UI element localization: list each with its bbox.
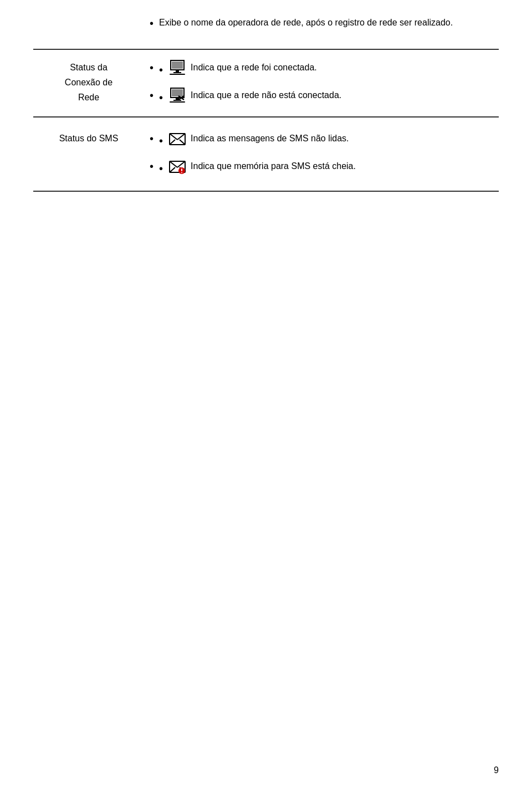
page-container: Exibe o nome da operadora de rede, após … <box>0 0 532 792</box>
sms-envelope-icon <box>168 131 186 146</box>
network-status-right-cell: • <box>144 49 499 117</box>
operator-left-cell <box>33 6 144 49</box>
page-number: 9 <box>494 765 499 775</box>
doc-table: Exibe o nome da operadora de rede, após … <box>33 6 499 192</box>
network-disconnected-text: Indica que a rede não está conectada. <box>191 88 341 103</box>
svg-line-19 <box>177 161 185 167</box>
svg-line-20 <box>170 167 175 172</box>
network-connected-text: Indica que a rede foi conectada. <box>191 60 317 75</box>
sms-status-row: Status do SMS • <box>33 117 499 191</box>
network-status-bullets: • <box>150 60 493 106</box>
operator-bullet-text: Exibe o nome da operadora de rede, após … <box>159 16 493 30</box>
bullet-dot-3: • <box>159 132 163 150</box>
network-disconnected-bullet: • <box>150 88 493 106</box>
svg-rect-23 <box>181 168 182 171</box>
network-status-label-text: Status daConexão deRede <box>65 63 112 102</box>
network-disconnected-icon <box>168 88 186 103</box>
network-connected-content: Indica que a rede foi conectada. <box>168 60 493 75</box>
content-area: Exibe o nome da operadora de rede, após … <box>0 0 532 192</box>
network-connected-icon <box>168 60 186 75</box>
network-disconnected-content: Indica que a rede não está conectada. <box>168 88 493 103</box>
sms-status-right-cell: • <box>144 117 499 191</box>
operator-right-cell: Exibe o nome da operadora de rede, após … <box>144 6 499 49</box>
sms-unread-bullet: • <box>150 131 493 150</box>
svg-rect-8 <box>173 100 181 101</box>
svg-rect-6 <box>172 89 183 96</box>
svg-rect-2 <box>176 70 179 72</box>
operator-row: Exibe o nome da operadora de rede, após … <box>33 6 499 49</box>
svg-line-15 <box>170 140 175 145</box>
svg-rect-24 <box>181 172 182 173</box>
svg-rect-3 <box>173 72 181 73</box>
bullet-dot-1: • <box>159 61 163 79</box>
operator-bullets: Exibe o nome da operadora de rede, após … <box>150 16 493 32</box>
sms-full-content: Indica que memória para SMS está cheia. <box>168 159 493 174</box>
sms-unread-text: Indica as mensagens de SMS não lidas. <box>191 131 349 146</box>
bullet-dot-4: • <box>159 160 163 177</box>
svg-rect-1 <box>172 62 183 69</box>
sms-full-bullet: • <box>150 159 493 177</box>
svg-line-16 <box>180 140 185 145</box>
sms-full-text: Indica que memória para SMS está cheia. <box>191 159 356 173</box>
sms-status-bullets: • <box>150 131 493 177</box>
bullet-dot-2: • <box>159 89 163 106</box>
sms-status-label-text: Status do SMS <box>59 134 119 143</box>
operator-bullet: Exibe o nome da operadora de rede, após … <box>150 16 493 32</box>
sms-envelope-warning-icon <box>168 159 186 174</box>
sms-unread-content: Indica as mensagens de SMS não lidas. <box>168 131 493 146</box>
network-status-row: Status daConexão deRede • <box>33 49 499 117</box>
network-status-label: Status daConexão deRede <box>33 49 144 117</box>
svg-rect-9 <box>170 101 185 103</box>
sms-status-label: Status do SMS <box>33 117 144 191</box>
network-connected-bullet: • <box>150 60 493 79</box>
svg-line-13 <box>170 134 177 140</box>
svg-line-18 <box>170 161 177 167</box>
svg-rect-4 <box>170 74 185 75</box>
svg-line-14 <box>177 134 185 140</box>
